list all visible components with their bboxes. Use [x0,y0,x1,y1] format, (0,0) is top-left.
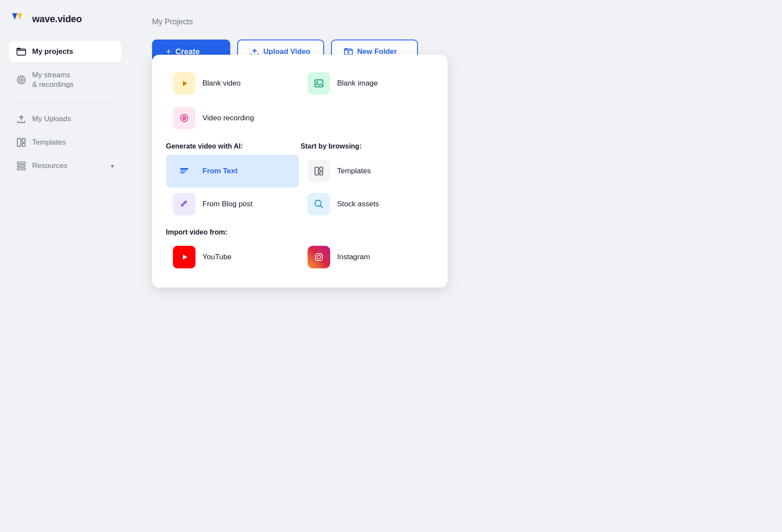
templates-option[interactable]: Templates [301,155,434,188]
templates-menu-label: Templates [337,167,371,175]
svg-point-18 [184,118,185,119]
blank-video-option[interactable]: Blank video [166,67,299,100]
svg-rect-7 [22,139,25,142]
sidebar-item-my-uploads[interactable]: My Uploads [9,108,122,130]
templates-icon [17,138,26,147]
from-blog-post-option[interactable]: From Blog post [166,188,299,221]
browse-section-label: Start by browsing: [301,142,434,150]
blank-video-icon [173,72,196,95]
youtube-option[interactable]: YouTube [166,241,299,274]
sidebar-item-my-projects-label: My projects [32,47,73,56]
svg-rect-11 [17,168,25,170]
sidebar-item-resources-label: Resources [32,162,67,170]
resources-icon [17,161,26,171]
youtube-label: YouTube [202,253,232,261]
blank-image-label: Blank image [337,79,378,88]
stock-assets-option[interactable]: Stock assets [301,188,434,221]
generate-browse-columns: Generate video with AI: From Text [166,135,434,221]
generate-section-label: Generate video with AI: [166,142,299,150]
create-options-top: Blank video Blank image [166,67,434,135]
from-text-option[interactable]: From Text [166,155,299,188]
svg-point-22 [185,201,187,202]
svg-rect-8 [22,143,25,146]
from-blog-post-label: From Blog post [202,200,252,208]
logo-text: wave.video [32,13,82,25]
page-title: My Projects [152,17,760,26]
svg-marker-1 [17,13,23,20]
video-recording-icon [173,107,196,129]
folder-icon [17,47,26,56]
upload-icon [17,114,26,124]
stock-assets-icon [308,193,330,215]
from-blog-post-icon [173,193,196,215]
import-section: Import video from: YouTube [166,228,434,274]
sidebar-item-my-projects[interactable]: My projects [9,41,122,63]
from-text-label: From Text [202,167,238,175]
nav-divider [17,102,114,103]
svg-point-5 [20,79,22,81]
svg-rect-6 [17,139,21,146]
sidebar-item-templates[interactable]: Templates [9,132,122,153]
stock-assets-label: Stock assets [337,200,379,208]
blank-image-option[interactable]: Blank image [301,67,434,100]
main-content: My Projects + Create Upload Video New Fo… [130,0,782,532]
browse-column: Start by browsing: Templates [301,135,434,221]
svg-marker-27 [183,254,187,260]
import-options: YouTube Instagram [166,241,434,274]
instagram-label: Instagram [337,253,370,261]
svg-rect-19 [180,168,188,170]
sidebar-item-uploads-label: My Uploads [32,115,71,123]
from-text-icon [173,160,196,182]
generate-column: Generate video with AI: From Text [166,135,299,221]
sidebar-item-templates-label: Templates [32,138,66,147]
chevron-down-icon: ▾ [111,162,114,169]
blank-image-icon [308,72,330,95]
instagram-option[interactable]: Instagram [301,241,434,274]
svg-point-29 [317,255,321,259]
sidebar-item-resources[interactable]: Resources ▾ [9,155,122,177]
svg-rect-20 [180,171,186,172]
sidebar-item-my-streams[interactable]: My streams& recordings [9,64,122,96]
logo: wave.video [9,13,122,25]
sidebar: wave.video My projects My streams& recor… [0,0,130,532]
video-recording-option[interactable]: Video recording [166,102,299,135]
create-dropdown: Blank video Blank image [152,55,447,287]
youtube-icon [173,246,196,268]
svg-rect-25 [320,172,323,175]
video-recording-label: Video recording [202,114,254,122]
svg-rect-2 [17,49,26,55]
svg-rect-14 [315,80,323,87]
svg-marker-13 [183,81,187,86]
import-section-label: Import video from: [166,228,434,236]
svg-rect-21 [180,172,185,173]
blank-video-label: Blank video [202,79,241,88]
svg-point-15 [316,81,318,83]
templates-menu-icon [308,160,330,182]
wave-logo-icon [12,13,28,25]
streams-icon [17,75,26,85]
svg-marker-0 [12,13,17,20]
instagram-icon [308,246,330,268]
svg-rect-24 [320,167,323,171]
svg-point-30 [321,254,322,255]
svg-rect-23 [315,167,318,175]
sidebar-item-streams-label: My streams& recordings [32,70,73,89]
svg-rect-10 [17,165,25,167]
svg-rect-9 [17,162,25,164]
